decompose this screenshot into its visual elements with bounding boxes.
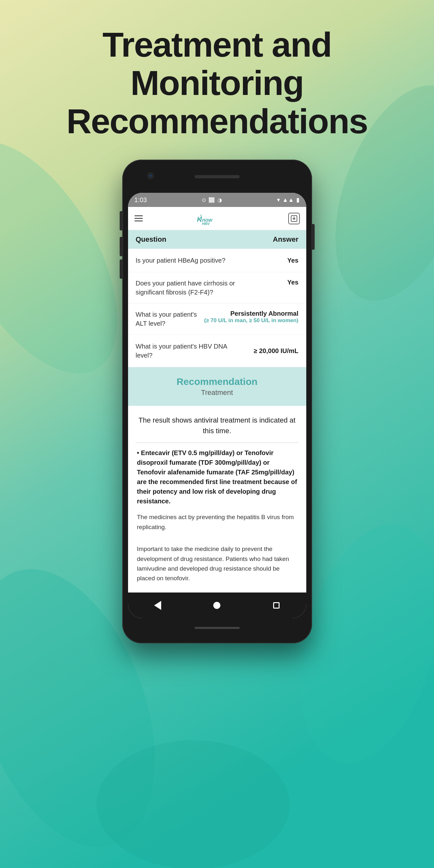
table-header-question: Question bbox=[136, 235, 166, 244]
phone-screen: 1:03 ⊙ ⬜ ◑ ▾ ▲▲ ▮ bbox=[128, 193, 306, 618]
page-title-area: Treatment and Monitoring Recommendations bbox=[0, 0, 434, 153]
treatment-main-text: • Entecavir (ETV 0.5 mg/pill/day) or Ten… bbox=[137, 448, 297, 506]
status-left-icons: ⊙ ⬜ ◑ bbox=[202, 197, 222, 203]
question-1: Is your patient HBeAg positive? bbox=[136, 256, 245, 265]
question-2: Does your patient have cirrhosis or sign… bbox=[136, 279, 245, 297]
nav-icon: ⊙ bbox=[202, 197, 206, 203]
table-header: Question Answer bbox=[128, 230, 306, 249]
wifi-icon: ▾ bbox=[277, 196, 280, 204]
svg-point-5 bbox=[96, 740, 289, 868]
table-row: What is your patient's HBV DNA level? ≥ … bbox=[128, 335, 306, 367]
answer-3: Persistently Abnormal (≥ 70 U/L in man, … bbox=[204, 310, 299, 324]
menu-button[interactable] bbox=[134, 215, 143, 221]
page-title-line2: Recommendations bbox=[66, 102, 367, 141]
recommendation-title: Recommendation bbox=[136, 376, 299, 387]
svg-text:HBV: HBV bbox=[202, 222, 210, 225]
bottom-navigation bbox=[128, 592, 306, 618]
phone-wrapper: 1:03 ⊙ ⬜ ◑ ▾ ▲▲ ▮ bbox=[0, 153, 434, 643]
question-4: What is your patient's HBV DNA level? bbox=[136, 342, 245, 360]
app-bar: K now HBV bbox=[128, 207, 306, 230]
recommendation-subtitle: Treatment bbox=[136, 389, 299, 397]
phone-device: 1:03 ⊙ ⬜ ◑ ▾ ▲▲ ▮ bbox=[122, 160, 312, 643]
answer-4: ≥ 20,000 IU/mL bbox=[254, 347, 299, 355]
phone-bezel-bottom bbox=[128, 618, 306, 638]
battery-icon: ▮ bbox=[296, 196, 300, 204]
result-divider bbox=[136, 442, 299, 443]
answer-2: Yes bbox=[287, 279, 298, 286]
table-body: Is your patient HBeAg positive? Yes Does… bbox=[128, 249, 306, 367]
treatment-note-2: Important to take the medicine daily to … bbox=[137, 544, 297, 584]
result-section: The result shows antiviral treatment is … bbox=[128, 406, 306, 592]
result-main-text: The result shows antiviral treatment is … bbox=[136, 415, 299, 436]
download-button[interactable] bbox=[288, 213, 300, 224]
lock-icon: ⬜ bbox=[209, 197, 215, 203]
table-row: Is your patient HBeAg positive? Yes bbox=[128, 249, 306, 272]
status-right-icons: ▾ ▲▲ ▮ bbox=[277, 196, 300, 204]
treatment-note-1: The medicines act by preventing the hepa… bbox=[137, 513, 297, 532]
table-header-answer: Answer bbox=[273, 235, 298, 244]
signal-icon: ▲▲ bbox=[282, 197, 294, 204]
phone-bezel-top bbox=[128, 165, 306, 193]
treatment-list: • Entecavir (ETV 0.5 mg/pill/day) or Ten… bbox=[136, 448, 299, 583]
alarm-icon: ◑ bbox=[217, 197, 222, 203]
recommendation-section: Recommendation Treatment bbox=[128, 367, 306, 406]
page-title: Treatment and Monitoring Recommendations bbox=[26, 26, 408, 140]
home-bar bbox=[195, 627, 240, 629]
phone-speaker bbox=[195, 175, 240, 178]
answer-1: Yes bbox=[287, 257, 298, 264]
app-logo: K now HBV bbox=[196, 212, 235, 225]
front-camera bbox=[147, 173, 154, 179]
status-time: 1:03 bbox=[134, 196, 147, 204]
table-row: Does your patient have cirrhosis or sign… bbox=[128, 272, 306, 304]
question-3: What is your patient's ALT level? bbox=[136, 310, 204, 328]
nav-back-button[interactable] bbox=[150, 597, 166, 613]
status-bar: 1:03 ⊙ ⬜ ◑ ▾ ▲▲ ▮ bbox=[128, 193, 306, 207]
page-title-line1: Treatment and Monitoring bbox=[102, 25, 331, 102]
nav-home-button[interactable] bbox=[209, 597, 225, 613]
table-row: What is your patient's ALT level? Persis… bbox=[128, 304, 306, 335]
nav-recents-button[interactable] bbox=[268, 597, 284, 613]
